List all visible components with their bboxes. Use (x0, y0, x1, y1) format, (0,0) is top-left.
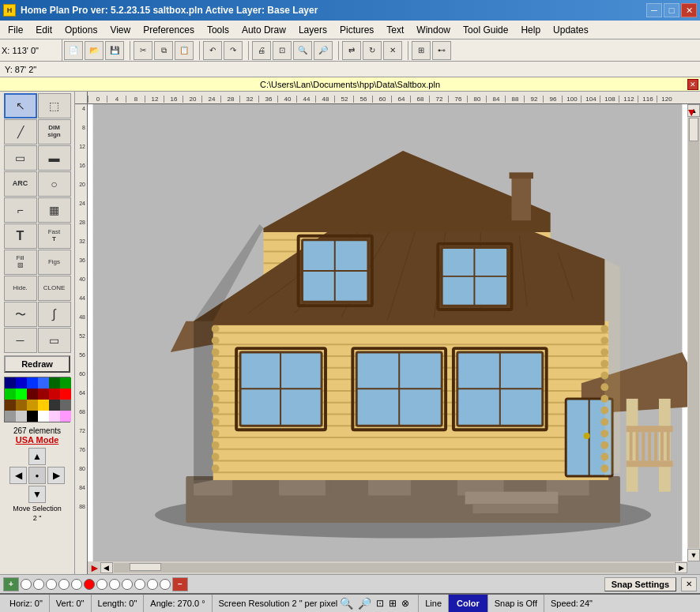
tool-clone[interactable]: CLONE (38, 276, 71, 301)
filepath-close-button[interactable]: ✕ (687, 79, 698, 90)
drawing-canvas[interactable] (88, 104, 687, 561)
color-cell[interactable] (60, 411, 71, 422)
color-cell[interactable] (38, 377, 49, 389)
color-cell[interactable] (60, 400, 71, 411)
color-cell[interactable] (16, 389, 27, 400)
layer-dot-10[interactable] (134, 579, 145, 590)
tool-text[interactable]: T (4, 223, 37, 249)
zoom-in-icon[interactable]: 🔍 (340, 597, 353, 610)
menu-file[interactable]: File (2, 21, 29, 39)
menu-tools[interactable]: Tools (201, 21, 235, 39)
color-cell[interactable] (49, 377, 60, 389)
tb-zoom-fit[interactable]: ⊡ (273, 41, 292, 60)
tb-paste[interactable]: 📋 (175, 41, 194, 60)
tb-open[interactable]: 📂 (85, 41, 103, 60)
tool-poly-fill[interactable]: ▦ (38, 197, 71, 223)
tool-line[interactable]: ╱ (4, 119, 37, 145)
minimize-button[interactable]: ─ (646, 3, 662, 17)
status-color-button[interactable]: Color (449, 595, 488, 612)
menu-pictures[interactable]: Pictures (333, 21, 380, 39)
tool-select[interactable]: ↖ (4, 93, 37, 118)
redraw-button[interactable]: Redraw (4, 355, 70, 373)
color-cell[interactable] (60, 389, 71, 400)
menu-updates[interactable]: Updates (547, 21, 595, 39)
usa-mode-link[interactable]: USA Mode (6, 435, 69, 445)
color-cell[interactable] (16, 377, 27, 389)
color-cell[interactable] (49, 400, 60, 411)
scroll-left-button[interactable]: ◀ (100, 562, 113, 573)
scroll-thumb-right[interactable] (689, 118, 698, 141)
layer-dot-7[interactable] (96, 579, 107, 590)
scroll-track-right[interactable] (688, 118, 699, 548)
tb-cut[interactable]: ✂ (134, 41, 152, 60)
tb-save[interactable]: 💾 (105, 41, 124, 60)
tool-dim[interactable]: DIMsign (38, 119, 71, 145)
color-cell[interactable] (49, 411, 60, 422)
color-cell[interactable] (27, 400, 38, 411)
layer-dot-1[interactable] (21, 579, 32, 590)
tb-undo[interactable]: ↶ (203, 41, 222, 60)
menu-view[interactable]: View (103, 21, 137, 39)
color-cell[interactable] (38, 411, 49, 422)
tool-rect-fill[interactable]: ▬ (38, 145, 71, 171)
remove-layer-button[interactable]: − (172, 577, 188, 591)
menu-layers[interactable]: Layers (292, 21, 333, 39)
tb-new[interactable]: 📄 (64, 41, 83, 60)
menu-help[interactable]: Help (514, 21, 547, 39)
add-layer-button[interactable]: + (3, 577, 19, 591)
tool-fill[interactable]: Fill▨ (4, 250, 37, 275)
color-cell[interactable] (60, 377, 71, 389)
menu-options[interactable]: Options (58, 21, 103, 39)
zoom-reset-icon[interactable]: ⊡ (376, 598, 384, 609)
tb-rotate[interactable]: ↻ (363, 41, 382, 60)
color-cell[interactable] (38, 389, 49, 400)
layer-toolbar-close[interactable]: ✕ (681, 577, 697, 591)
tool-arc[interactable]: ARC (4, 171, 37, 197)
arrow-left-button[interactable]: ◀ (9, 467, 27, 484)
color-cell[interactable] (49, 389, 60, 400)
tool-curve[interactable]: ∫ (38, 302, 71, 327)
scroll-track-bottom[interactable] (114, 563, 674, 573)
arrow-down-button[interactable]: ▼ (28, 486, 46, 503)
tb-print[interactable]: 🖨 (252, 41, 271, 60)
tb-grid[interactable]: ⊞ (412, 41, 431, 60)
scrollbar-bottom[interactable]: ► ◀ ▶ (88, 561, 687, 574)
canvas-area[interactable]: 0481216202428323640444852566064687276808… (75, 92, 700, 574)
close-button[interactable]: ✕ (681, 3, 697, 17)
tb-delete[interactable]: ✕ (383, 41, 402, 60)
tool-select-box[interactable]: ⬚ (38, 93, 71, 118)
layer-dot-3[interactable] (46, 579, 57, 590)
tb-move[interactable]: ⇄ (342, 41, 361, 60)
layer-dot-9[interactable] (122, 579, 133, 590)
tool-rect-open[interactable]: ▭ (4, 145, 37, 171)
color-cell[interactable] (27, 389, 38, 400)
layer-dot-5[interactable] (71, 579, 82, 590)
arrow-up-button[interactable]: ▲ (28, 448, 46, 465)
scroll-right-button[interactable]: ▶ (675, 562, 687, 573)
tb-copy[interactable]: ⧉ (154, 41, 173, 60)
status-resolution[interactable]: Screen Resolution 2 " per pixel 🔍 🔎 ⊡ ⊞ … (213, 595, 420, 612)
color-cell[interactable] (27, 377, 38, 389)
color-cell[interactable] (5, 389, 16, 400)
zoom-icon2[interactable]: ⊗ (401, 598, 409, 609)
menu-window[interactable]: Window (410, 21, 457, 39)
menu-toolguide[interactable]: Tool Guide (457, 21, 514, 39)
tool-rect2[interactable]: ▭ (38, 328, 71, 353)
layer-dot-4[interactable] (58, 579, 70, 590)
scrollbar-right[interactable]: ▼ ▲ ▼ (687, 104, 700, 561)
menu-text[interactable]: Text (380, 21, 410, 39)
tool-figs[interactable]: Figs (38, 250, 71, 275)
layer-dot-12[interactable] (160, 579, 171, 590)
tool-hide[interactable]: Hide. (4, 276, 37, 301)
scroll-down-button[interactable]: ▼ (687, 549, 700, 561)
menu-preferences[interactable]: Preferences (137, 21, 201, 39)
layer-dot-8[interactable] (109, 579, 120, 590)
zoom-fit-icon[interactable]: ⊞ (389, 598, 397, 609)
tool-hline[interactable]: ─ (4, 328, 37, 353)
arrow-right-button[interactable]: ▶ (47, 467, 65, 484)
tb-redo[interactable]: ↷ (224, 41, 243, 60)
menu-edit[interactable]: Edit (29, 21, 58, 39)
color-cell[interactable] (16, 411, 27, 422)
color-cell[interactable] (16, 400, 27, 411)
tb-zoom-in[interactable]: 🔍 (293, 41, 312, 60)
